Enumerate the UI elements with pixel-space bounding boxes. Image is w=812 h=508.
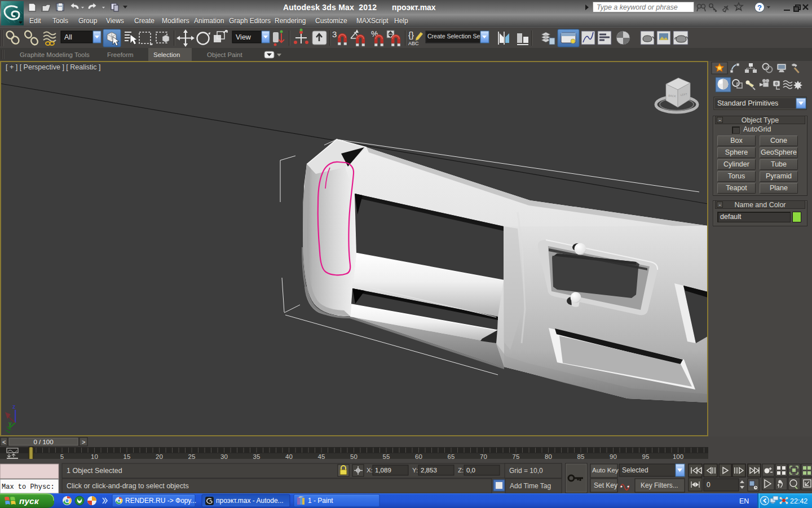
svg-text:Standard Primitives: Standard Primitives [717,99,778,107]
svg-text:1,089: 1,089 [375,467,391,474]
svg-text:Z:: Z: [458,467,464,474]
svg-text:RENDER.RU -> Фору...: RENDER.RU -> Фору... [125,497,196,505]
svg-text:ABC: ABC [408,41,419,46]
svg-text:z: z [12,403,16,410]
svg-text:X:: X: [367,467,373,474]
svg-text:Object Paint: Object Paint [207,51,242,58]
svg-text:Grid = 10,0: Grid = 10,0 [509,467,543,475]
svg-text:3: 3 [332,29,337,39]
svg-text:пуск: пуск [19,496,39,506]
svg-text:View: View [236,33,251,41]
svg-text:0 / 100: 0 / 100 [33,439,53,445]
svg-text:Max to Physc:: Max to Physc: [2,483,55,491]
svg-text:Create Selection Se: Create Selection Se [427,33,480,40]
svg-text:Click or click-and-drag to sel: Click or click-and-drag to select object… [67,482,189,490]
svg-text:>: > [82,439,85,445]
svg-text:Selection: Selection [153,51,180,58]
svg-text:{}: {} [408,30,414,40]
svg-text:1 Object Selected: 1 Object Selected [67,467,122,475]
svg-text:All: All [64,33,72,41]
svg-text:Set Key: Set Key [594,481,617,489]
svg-text:Selected: Selected [622,466,648,474]
svg-text:<: < [2,439,6,445]
svg-text:22:42: 22:42 [790,497,807,505]
svg-text:2,853: 2,853 [421,467,437,474]
svg-text:y: y [8,421,12,427]
svg-text:Freeform: Freeform [107,51,134,58]
svg-text:Auto Key: Auto Key [592,467,619,474]
svg-text:0,0: 0,0 [466,467,475,474]
svg-text:Add Time Tag: Add Time Tag [510,482,551,490]
svg-text:1 - Paint: 1 - Paint [308,497,333,505]
svg-text:0: 0 [707,481,710,489]
svg-text:проэкт.max - Autode...: проэкт.max - Autode... [216,497,284,505]
svg-text:?: ? [757,3,762,12]
svg-text:Y:: Y: [412,467,418,474]
svg-text:Graphite Modeling Tools: Graphite Modeling Tools [20,51,90,58]
svg-text:EN: EN [739,497,749,505]
svg-text:Key Filters...: Key Filters... [641,481,678,489]
